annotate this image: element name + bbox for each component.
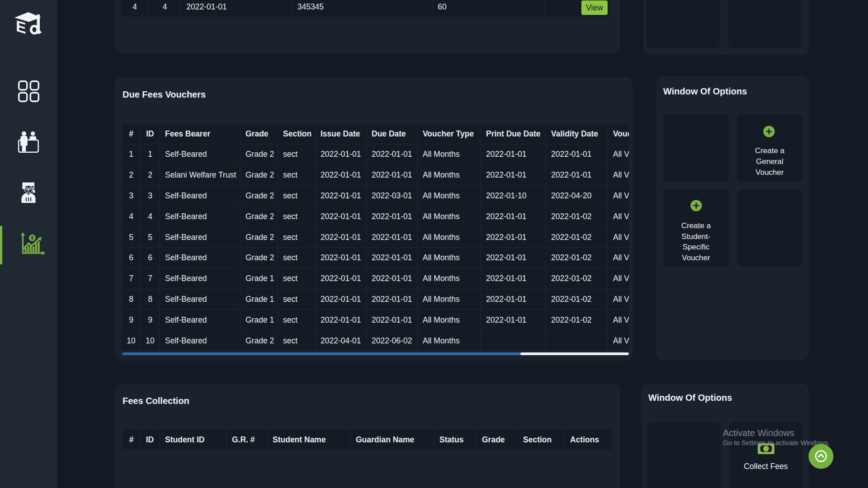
svg-text:$: $ xyxy=(31,235,33,240)
svg-text:E: E xyxy=(16,17,26,36)
